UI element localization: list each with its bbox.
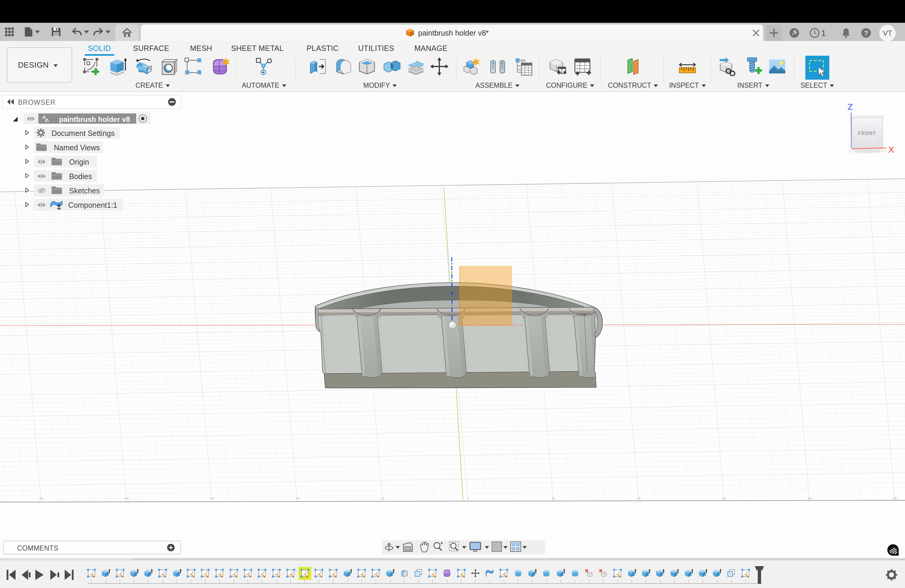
svg-text:-250: -250 [38, 497, 43, 500]
svg-text:-100: -100 [294, 497, 300, 500]
svg-text:Z: Z [848, 102, 853, 112]
svg-text:150: 150 [722, 497, 726, 500]
svg-text:-50: -50 [381, 497, 384, 500]
svg-text:X: X [888, 145, 894, 154]
svg-text:FRONT: FRONT [858, 131, 876, 136]
svg-text:100: 100 [637, 497, 641, 500]
svg-text:0: 0 [467, 497, 468, 500]
svg-text:200: 200 [807, 497, 811, 500]
svg-text:50: 50 [552, 497, 555, 500]
svg-text:-150: -150 [209, 497, 214, 500]
svg-text:-200: -200 [124, 497, 129, 500]
svg-text:250: 250 [893, 497, 897, 500]
